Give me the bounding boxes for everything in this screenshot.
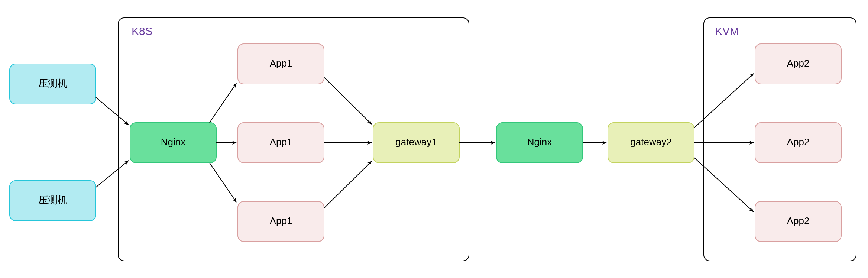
loadgen1-label: 压测机 [38,78,67,89]
nginx2-node: Nginx [496,123,583,163]
nginx2-label: Nginx [527,136,552,148]
app1b-node: App1 [238,123,324,163]
app1c-label: App1 [270,215,292,226]
app1b-label: App1 [270,136,292,148]
app2b-label: App2 [787,136,810,148]
edge-nginx1-app1a [210,83,236,123]
nginx1-label: Nginx [161,136,185,148]
loadgen2-node: 压测机 [10,181,96,221]
edge-nginx1-app1c [210,163,236,202]
edge-app1c-gateway1 [324,161,372,208]
app2c-label: App2 [787,215,810,226]
app1a-label: App1 [270,58,292,69]
app2a-node: App2 [755,44,841,84]
edge-gateway2-app2a [694,74,754,128]
app2a-label: App2 [787,58,810,69]
app2b-node: App2 [755,123,841,163]
edge-loadgen1-nginx1 [96,97,129,125]
nginx1-node: Nginx [130,123,216,163]
gateway2-node: gateway2 [608,123,694,163]
loadgen2-label: 压测机 [38,194,67,206]
app1a-node: App1 [238,44,324,84]
app1c-node: App1 [238,201,324,242]
edge-loadgen2-nginx1 [96,161,129,187]
gateway2-label: gateway2 [630,136,671,148]
k8s-label: K8S [132,25,153,37]
edge-gateway2-app2c [694,158,754,212]
kvm-label: KVM [715,25,739,37]
app2c-node: App2 [755,201,841,242]
gateway1-label: gateway1 [395,136,437,148]
architecture-diagram: K8S KVM 压测机 压测机 Nginx App1 App1 App1 gat… [0,0,868,278]
edge-app1a-gateway1 [324,77,372,124]
loadgen1-node: 压测机 [10,64,96,104]
gateway1-node: gateway1 [373,123,459,163]
